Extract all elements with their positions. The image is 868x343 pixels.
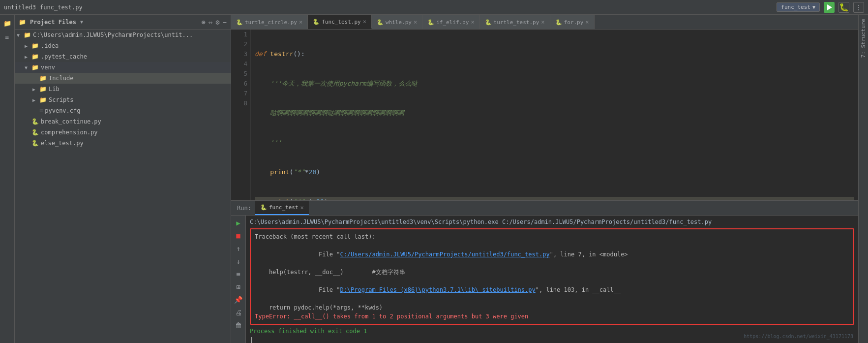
traceback-header: Traceback (most recent call last):	[255, 232, 849, 241]
tree-item-pyvenv[interactable]: ≡ pyvenv.cfg	[15, 105, 231, 116]
run-button[interactable]	[824, 2, 835, 13]
title-active-file: func_test.py	[40, 4, 83, 11]
file-link-1[interactable]: C:/Users/admin.JLWU5/PycharmProjects/unt…	[340, 251, 549, 258]
tab-label-4: turtle_test.py	[494, 19, 539, 26]
more-icon: ⋮	[855, 3, 862, 11]
root-arrow: ▼	[17, 32, 24, 38]
run-tab-icon: 🐍	[260, 204, 267, 211]
line-num-3: 3	[234, 49, 247, 59]
tab-turtle-circle[interactable]: 🐍 turtle_circle.py ×	[231, 15, 308, 29]
structure-label[interactable]: 7: Structure	[860, 19, 867, 58]
tab-turtle-test[interactable]: 🐍 turtle_test.py ×	[480, 15, 550, 29]
tab-label-2: while.py	[386, 19, 412, 26]
comp-label: comprehension.py	[41, 129, 98, 136]
tree-item-scripts[interactable]: ▶ 📁 Scripts	[15, 94, 231, 105]
pyvenv-label: pyvenv.cfg	[45, 107, 80, 114]
more-button[interactable]: ⋮	[853, 2, 864, 13]
code-content: def testrr(): '''今天，我第一次使用pycharm编写函数，么么…	[251, 30, 858, 200]
break-file-icon: 🐍	[31, 118, 39, 125]
scroll-bottom-button[interactable]: ↓	[233, 256, 244, 267]
delete-button[interactable]: 🗑	[233, 320, 244, 331]
scroll-top-button[interactable]: ↑	[233, 243, 244, 254]
stop-button[interactable]: ■	[233, 230, 244, 241]
tab-close-3[interactable]: ×	[471, 19, 474, 26]
line-num-1: 1	[234, 30, 247, 39]
tab-icon-5: 🐍	[555, 19, 562, 26]
tab-close-2[interactable]: ×	[414, 19, 417, 26]
include-label: Include	[49, 75, 74, 82]
run-config-dropdown[interactable]: func_test ▼	[777, 2, 820, 12]
line-num-5: 5	[234, 69, 247, 79]
print-button[interactable]: 🖨	[233, 307, 244, 318]
line-num-7: 7	[234, 89, 247, 98]
tab-label-1: func_test.py	[322, 19, 360, 25]
file-link-2[interactable]: D:\Program Files (x86)\python3.7.1\lib\_…	[340, 286, 535, 293]
structure-sidebar-icon[interactable]: ≡	[1, 31, 14, 43]
minimize-icon[interactable]: −	[223, 18, 227, 26]
rerun-button[interactable]: ▶	[233, 218, 244, 228]
filter-button[interactable]: ⊞	[233, 281, 244, 292]
str-dollar: "$"	[293, 197, 304, 200]
idea-folder-icon: 📁	[31, 42, 39, 49]
tree-item-lib[interactable]: ▶ 📁 Lib	[15, 84, 231, 94]
tab-if-elif[interactable]: 🐍 if_elif.py ×	[422, 15, 479, 29]
str-star: "*"	[293, 167, 304, 177]
pin-button[interactable]: 📌	[233, 294, 244, 305]
tab-while[interactable]: 🐍 while.py ×	[372, 15, 422, 29]
lib-label: Lib	[49, 86, 60, 93]
run-tab-close[interactable]: ×	[300, 204, 304, 211]
code-indent-6	[255, 197, 270, 200]
line-num-4: 4	[234, 59, 247, 69]
tab-for[interactable]: 🐍 for.py ×	[550, 15, 595, 29]
venv-arrow: ▼	[25, 65, 31, 70]
tree-item-pytest[interactable]: ▶ 📁 .pytest_cache	[15, 51, 231, 62]
run-tab-label: func_test	[269, 204, 299, 211]
tree-root[interactable]: ▼ 📁 C:\Users\admin.JLWU5\PycharmProjects…	[15, 30, 231, 40]
tab-func-test[interactable]: 🐍 func_test.py ×	[308, 15, 372, 29]
tab-close-0[interactable]: ×	[299, 19, 302, 26]
tab-close-4[interactable]: ×	[541, 19, 544, 26]
code-line-2: '''今天，我第一次使用pycharm编写函数，么么哒	[255, 79, 854, 89]
traceback-file2: File "D:\Program Files (x86)\python3.7.1…	[255, 277, 849, 303]
break-label: break_continue.py	[41, 118, 101, 125]
code-line-5: print("*"*20)	[255, 167, 854, 177]
str-docend: '''	[255, 138, 282, 148]
collapse-icon[interactable]: ⇔	[209, 18, 212, 26]
tree-item-idea[interactable]: ▶ 📁 .idea	[15, 40, 231, 51]
structure-icon: ≡	[5, 33, 9, 41]
structure-sidebar[interactable]: 7: Structure	[858, 15, 868, 343]
output-area: C:\Users\admin.JLWU5\PycharmProjects\unt…	[246, 216, 858, 343]
project-header-icons: ⊕ ⇔ ⚙ −	[201, 18, 227, 26]
tab-close-1[interactable]: ×	[363, 18, 366, 25]
break-arrow	[25, 119, 31, 125]
watermark: https://blog.csdn.net/weixin_43171178	[744, 334, 853, 339]
idea-arrow: ▶	[25, 43, 31, 49]
app-container: untitled3 func_test.py func_test ▼ 🐛 ⋮ 📁	[0, 0, 868, 343]
line-num-2: 2	[234, 39, 247, 49]
tree-item-comprehension[interactable]: 🐍 comprehension.py	[15, 127, 231, 138]
project-sidebar-icon[interactable]: 📁	[1, 17, 14, 30]
code-line-3: 哒啊啊啊啊啊啊啊啊哒啊啊啊啊啊啊啊啊啊啊啊	[255, 108, 854, 118]
tab-icon-4: 🐍	[485, 19, 492, 26]
title-text: untitled3	[4, 4, 36, 11]
code-editor[interactable]: 1 2 3 4 5 6 7 8 def testrr():	[231, 30, 858, 200]
chevron-down-icon: ▼	[812, 4, 815, 10]
tab-icon-1: 🐍	[313, 19, 320, 25]
tree-item-venv[interactable]: ▼ 📁 venv	[15, 62, 231, 73]
code-line-4: '''	[255, 138, 854, 148]
error-box: Traceback (most recent call last): File …	[250, 228, 854, 325]
debug-button[interactable]: 🐛	[838, 2, 849, 13]
title-bar: untitled3 func_test.py func_test ▼ 🐛 ⋮	[0, 0, 868, 15]
locate-icon[interactable]: ⊕	[201, 18, 205, 26]
tab-close-5[interactable]: ×	[585, 19, 589, 26]
format-button[interactable]: ≡	[233, 269, 244, 280]
tree-item-break[interactable]: 🐍 break_continue.py	[15, 116, 231, 127]
tree-item-else[interactable]: 🐍 else_test.py	[15, 138, 231, 149]
chevron-down-icon: ▼	[80, 19, 83, 25]
code-cp-5: )	[316, 167, 320, 177]
tree-item-include[interactable]: 📁 Include	[15, 73, 231, 84]
fn-print-5: print	[270, 167, 289, 177]
bottom-tab-run[interactable]: 🐍 func_test ×	[255, 201, 309, 215]
settings-icon[interactable]: ⚙	[215, 18, 219, 26]
project-title: Project Files	[30, 19, 76, 26]
